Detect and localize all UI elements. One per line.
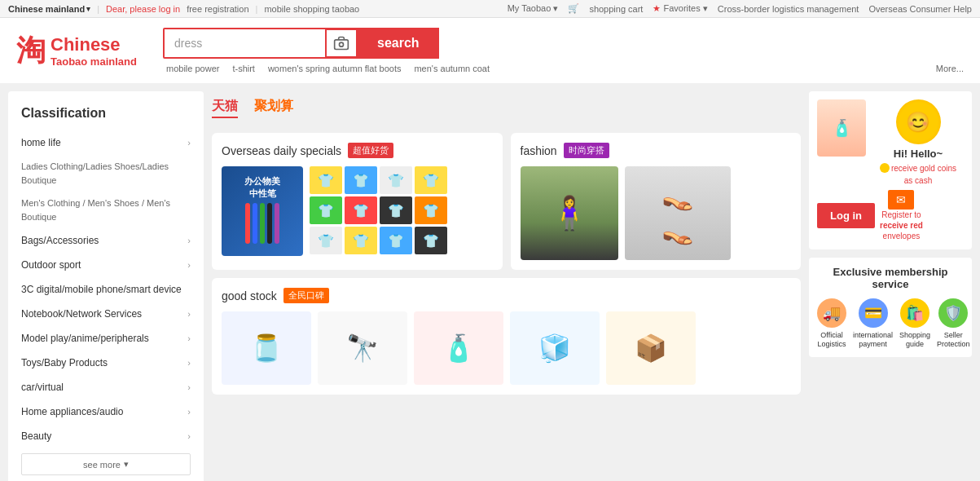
shirt-item: 👕	[415, 196, 447, 224]
sidebar-item-toys[interactable]: Toys/Baby Products ›	[8, 351, 204, 375]
mem-shopping-guide[interactable]: 🛍️ Shoppingguide	[899, 298, 930, 349]
login-button[interactable]: Log in	[817, 203, 875, 228]
payment-label: internationalpayment	[853, 331, 893, 349]
products-row-1: Overseas daily specials 超值好货 办公物美 中性笔	[212, 133, 801, 270]
suggestion-3[interactable]: women's spring autumn flat boots	[268, 64, 402, 73]
pen-text1: 办公物美	[244, 175, 280, 188]
search-box	[163, 28, 358, 59]
shopping-guide-icon: 🛍️	[900, 298, 929, 328]
pen-product-image[interactable]: 办公物美 中性笔	[222, 166, 303, 256]
camera-icon	[333, 35, 349, 51]
free-registration-link[interactable]: free registration	[187, 4, 248, 14]
box-icon: 📦	[635, 333, 667, 364]
stock-item-cream[interactable]: 🫙	[222, 311, 311, 385]
mem-logistics[interactable]: 🚚 OfficialLogistics	[817, 298, 846, 349]
stock-item-fabric[interactable]: 🧊	[510, 311, 600, 385]
chevron-right-icon: ›	[187, 236, 191, 245]
sidebar: Classification home life › Ladies Clothi…	[8, 91, 204, 481]
promo-banner: 🧴 😊 Hi! Hello~ receive gold coins as cas…	[809, 91, 972, 249]
sidebar-item-notebook[interactable]: Notebook/Network Services ›	[8, 302, 204, 326]
shopping-cart-link[interactable]: shopping cart	[589, 4, 643, 14]
seller-protection-label: SellerProtection	[937, 331, 970, 349]
login-link[interactable]: Dear, please log in	[106, 4, 180, 14]
membership-icons: 🚚 OfficialLogistics 💳 internationalpayme…	[817, 298, 964, 349]
overseas-card: Overseas daily specials 超值好货 办公物美 中性笔	[212, 133, 503, 270]
my-taobao-menu[interactable]: My Taobao ▾	[508, 3, 559, 14]
suggestion-2[interactable]: t-shirt	[232, 64, 255, 73]
mobile-shopping-link[interactable]: mobile shopping taobao	[264, 4, 359, 14]
header: 淘 Chinese Taobao mainland search mobile …	[0, 18, 980, 83]
chevron-right-icon: ›	[187, 407, 191, 417]
shirt-item: 👕	[415, 166, 447, 194]
chevron-right-icon: ›	[187, 382, 191, 392]
favorites-menu[interactable]: ★ Favorites ▾	[653, 3, 707, 14]
mascot-icon: 😊	[896, 99, 941, 144]
sidebar-item-beauty[interactable]: Beauty ›	[8, 424, 204, 448]
sidebar-item-ladies[interactable]: Ladies Clothing/Ladies Shoes/Ladies Bout…	[8, 155, 204, 192]
payment-icon: 💳	[859, 298, 888, 328]
cream-icon: 🫙	[250, 333, 283, 364]
logo-text: Chinese Taobao mainland	[51, 34, 137, 68]
tab-juhuasuan[interactable]: 聚划算	[254, 98, 293, 118]
sidebar-item-car[interactable]: car/virtual ›	[8, 375, 204, 399]
overseas-images: 办公物美 中性笔	[222, 166, 493, 256]
divider1: |	[97, 4, 99, 14]
stock-item-spray[interactable]: 🧴	[414, 311, 503, 385]
sidebar-item-appliances[interactable]: Home appliances/audio ›	[8, 399, 204, 424]
region-selector[interactable]: Chinese mainland ▾	[8, 4, 90, 14]
sidebar-item-mens[interactable]: Men's Clothing / Men's Shoes / Men's Bou…	[8, 192, 204, 228]
shirt-item: 👕	[345, 196, 377, 224]
search-button[interactable]: search	[358, 28, 439, 59]
sidebar-item-3c[interactable]: 3C digital/mobile phone/smart device	[8, 277, 204, 302]
logo-icon: 淘	[16, 31, 46, 71]
divider2: |	[256, 4, 258, 14]
svg-point-1	[340, 42, 344, 46]
tab-tianmao[interactable]: 天猫	[212, 98, 238, 118]
register-area: ✉ Register to receive red envelopes	[880, 190, 923, 241]
shirt-item: 👕	[345, 227, 377, 254]
camera-search-button[interactable]	[325, 29, 358, 58]
chevron-right-icon: ›	[187, 358, 191, 368]
chevron-down-icon: ▾	[124, 459, 129, 470]
fashion-card: fashion 时尚穿搭 🧍‍♀️ 👡 👡	[511, 133, 802, 270]
pen-visual	[244, 203, 280, 244]
shirts-grid[interactable]: 👕 👕 👕 👕 👕 👕 👕 👕 👕 👕 👕	[310, 166, 447, 256]
good-stock-images: 🫙 🔭 🧴 🧊	[222, 311, 791, 385]
fashion-woman-image[interactable]: 🧍‍♀️	[521, 166, 618, 260]
envelope-icon: ✉	[888, 190, 914, 210]
fashion-woman-icon: 🧍‍♀️	[549, 194, 590, 232]
shopping-guide-label: Shoppingguide	[899, 331, 930, 349]
overseas-help-link[interactable]: Overseas Consumer Help	[868, 4, 972, 14]
logistics-link[interactable]: Cross-border logistics management	[718, 4, 859, 14]
overseas-title: Overseas daily specials 超值好货	[222, 143, 493, 158]
top-bar: Chinese mainland ▾ | Dear, please log in…	[0, 0, 980, 18]
suggestion-4[interactable]: men's autumn coat	[414, 64, 490, 73]
search-input[interactable]	[165, 30, 327, 56]
cart-icon: 🛒	[568, 3, 579, 14]
chevron-right-icon: ›	[187, 309, 191, 319]
sidebar-item-home-life[interactable]: home life ›	[8, 130, 204, 155]
mem-seller-protection[interactable]: 🛡️ SellerProtection	[937, 298, 970, 349]
stock-item-lens[interactable]: 🔭	[318, 311, 407, 385]
sidebar-item-model[interactable]: Model play/anime/peripherals ›	[8, 326, 204, 351]
shirts-grid-inner: 👕 👕 👕 👕 👕 👕 👕 👕 👕 👕 👕	[310, 166, 447, 254]
sidebar-item-outdoor[interactable]: Outdoor sport ›	[8, 253, 204, 277]
more-suggestions-link[interactable]: More...	[936, 64, 964, 73]
suggestion-1[interactable]: mobile power	[166, 64, 219, 73]
see-more-button[interactable]: see more ▾	[21, 453, 191, 475]
sandal-icon-2: 👡	[661, 215, 694, 246]
fashion-images: 🧍‍♀️ 👡 👡	[521, 166, 792, 260]
products-grid: Overseas daily specials 超值好货 办公物美 中性笔	[212, 133, 801, 395]
seller-protection-icon: 🛡️	[938, 298, 968, 328]
stock-item-box[interactable]: 📦	[606, 311, 696, 385]
fashion-sandals-image[interactable]: 👡 👡	[625, 166, 731, 260]
right-sidebar: 🧴 😊 Hi! Hello~ receive gold coins as cas…	[809, 91, 972, 481]
logo-sub-text: Taobao mainland	[51, 55, 137, 68]
shirt-item: 👕	[380, 227, 412, 254]
good-stock-badge: 全民口碑	[283, 288, 329, 303]
shirt-item: 👕	[310, 196, 342, 224]
shirt-item: 👕	[380, 166, 412, 194]
sidebar-item-bags[interactable]: Bags/Accessories ›	[8, 228, 204, 253]
fashion-badge: 时尚穿搭	[564, 143, 609, 158]
mem-payment[interactable]: 💳 internationalpayment	[853, 298, 893, 349]
